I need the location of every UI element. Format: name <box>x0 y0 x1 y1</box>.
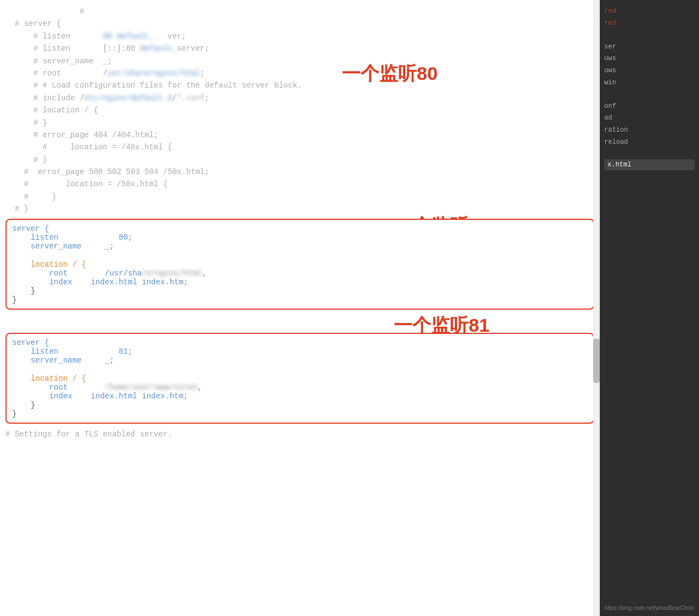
sidebar-item-reload: reload <box>604 137 695 149</box>
sidebar-item-win: win <box>604 77 695 89</box>
server-block-1: server { listen 80; server_name _; locat… <box>6 219 594 310</box>
server2-location: location / { <box>12 374 588 383</box>
sidebar-item-red1: red <box>604 6 695 18</box>
sidebar-item-ser: ser <box>604 41 695 53</box>
sidebar-item-blank2 <box>604 89 695 101</box>
comment-line-5: # root /usr/share/nginx/html; <box>6 67 594 79</box>
comment-line-11: # location = /40x.html { <box>6 141 594 153</box>
server-block-2: server { listen 81; server_name _; locat… <box>6 333 594 424</box>
tls-comment: # Settings for a TLS enabled server. <box>0 428 600 440</box>
comment-line-14: # location = /50x.html { <box>6 178 594 190</box>
comment-line-8: # location / { <box>6 104 594 116</box>
sidebar-item-ration: ration <box>604 125 695 137</box>
server1-root: root /usr/share/nginx/html, <box>12 269 588 278</box>
server2-server-name: server_name _; <box>12 356 588 365</box>
annotation-80: 一个监听80 <box>342 61 438 87</box>
comment-line-15: # } <box>6 191 594 203</box>
server1-blank <box>12 251 588 260</box>
comment-line-9: # } <box>6 117 594 129</box>
scrollbar-track[interactable] <box>593 0 600 616</box>
server2-index: index index.html index.htm; <box>12 392 588 401</box>
scrollbar-thumb[interactable] <box>593 339 600 383</box>
comment-line-4: # server_name _; <box>6 55 594 67</box>
code-area: # # server { # listen 80 default_ ver; #… <box>0 6 600 215</box>
comment-line-10: # error_page 404 /404.html; <box>6 129 594 141</box>
server2-listen: listen 81; <box>12 347 588 356</box>
server1-open: server { <box>12 224 588 233</box>
sidebar-item-blank1 <box>604 29 695 41</box>
server2-root: root /home/user/www/site2, <box>12 383 588 392</box>
main-content: # # server { # listen 80 default_ ver; #… <box>0 0 600 616</box>
server1-close-inner: } <box>12 287 588 295</box>
comment-line-13: # error_page 500 502 503 504 /50x.html; <box>6 166 594 178</box>
server2-close-inner: } <box>12 401 588 409</box>
sidebar-item-ad: ad <box>604 112 695 125</box>
server1-close-outer: } <box>12 295 588 304</box>
server1-listen: listen 80; <box>12 233 588 242</box>
comment-line-3: # listen [::]:80 default_server; <box>6 42 594 55</box>
sidebar-link[interactable]: https://blog.csdn.net/whiteBearClimb <box>600 603 699 613</box>
server2-open: server { <box>12 338 588 347</box>
partial-line: # <box>6 6 594 18</box>
right-sidebar: red red ser uws uws win onf ad ration re… <box>600 0 699 616</box>
comment-line-1: # server { <box>6 18 594 30</box>
server1-server-name: server_name _; <box>12 242 588 251</box>
sidebar-item-uws1: uws <box>604 53 695 65</box>
comment-line-6: # # Load configuration files for the def… <box>6 79 594 91</box>
server1-index: index index.html index.htm; <box>12 278 588 287</box>
server2-close-outer: } <box>12 409 588 418</box>
comment-line-7: # include /etc/nginx/default.d/*.conf; <box>6 92 594 104</box>
comment-line-12: # } <box>6 154 594 166</box>
server2-blank <box>12 365 588 374</box>
comment-line-2: # listen 80 default_ ver; <box>6 30 594 42</box>
sidebar-active-item[interactable]: x.html <box>604 159 695 170</box>
comment-line-16: # } <box>6 203 594 215</box>
sidebar-item-uws2: uws <box>604 65 695 77</box>
server1-location: location / { <box>12 260 588 269</box>
sidebar-item-onf: onf <box>604 101 695 113</box>
sidebar-item-red2: red <box>604 18 695 30</box>
